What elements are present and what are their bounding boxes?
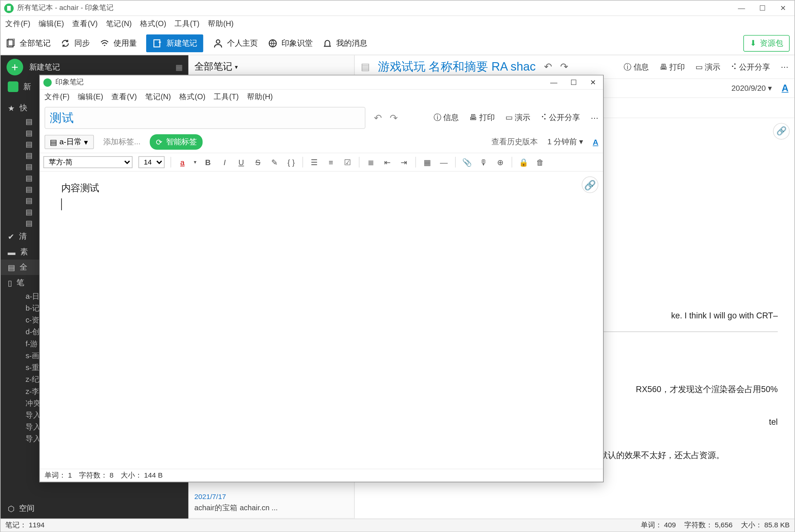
outdent-button[interactable]: ⇤ (382, 158, 393, 167)
popup-menu-help[interactable]: 帮助(H) (247, 92, 273, 102)
link-pill-icon[interactable]: 🔗 (582, 176, 598, 193)
audio-button[interactable]: 🎙 (478, 158, 489, 167)
popup-history-button[interactable]: 查看历史版本 (491, 136, 538, 147)
bell-icon (322, 38, 333, 48)
note-print-button[interactable]: 🖶 打印 (660, 61, 685, 72)
toolbar-messages[interactable]: 我的消息 (322, 38, 367, 48)
close-button[interactable]: ✕ (780, 4, 786, 12)
text-color-button[interactable]: a (177, 158, 188, 167)
highlight-button[interactable]: ✎ (269, 158, 280, 167)
popup-menu-format[interactable]: 格式(O) (179, 92, 205, 102)
notebook-icon: ▤ (50, 137, 57, 147)
app-icon (43, 78, 52, 87)
menu-edit[interactable]: 编辑(E) (39, 19, 64, 28)
note-title-input[interactable] (44, 107, 365, 129)
popup-menu-tools[interactable]: 工具(T) (214, 92, 239, 102)
resource-pack-button[interactable]: ⬇ 资源包 (743, 35, 790, 51)
popup-menu-edit[interactable]: 编辑(E) (78, 92, 103, 102)
popup-print-button[interactable]: 🖶 打印 (469, 112, 495, 123)
note-info-button[interactable]: ⓘ 信息 (624, 61, 649, 72)
note-icon: ▤ (25, 173, 33, 183)
popup-minimize-button[interactable]: — (550, 78, 557, 87)
note-share-button[interactable]: ⠪ 公开分享 (731, 61, 770, 72)
menu-file[interactable]: 文件(F) (5, 19, 30, 28)
note-title[interactable]: 游戏试玩 名称和摘要 RA shac (378, 59, 535, 75)
popup-time-ago[interactable]: 1 分钟前 ▾ (547, 136, 584, 147)
trash-button[interactable]: 🗑 (535, 158, 545, 167)
note-icon: ▤ (25, 185, 33, 194)
toolbar-profile[interactable]: 个人主页 (213, 38, 258, 48)
note-present-button[interactable]: ▭ 演示 (696, 61, 720, 72)
note-item-title: achair的宝箱 achair.cn ... (194, 503, 348, 513)
menu-tools[interactable]: 工具(T) (174, 19, 200, 28)
popup-menu-note[interactable]: 笔记(N) (145, 92, 171, 102)
table-button[interactable]: ▦ (422, 158, 432, 167)
link-button[interactable]: ⊕ (495, 158, 506, 167)
sidebar-space[interactable]: ⬡空间 (1, 498, 189, 519)
undo-button[interactable]: ↶ (374, 112, 382, 123)
check-icon: ✔ (8, 232, 14, 241)
smart-tag-button[interactable]: ⟳ 智能标签 (150, 134, 203, 150)
star-icon: ★ (8, 103, 15, 113)
new-note-icon (152, 38, 163, 48)
popup-window-title: 印象笔记 (55, 77, 84, 87)
status-size: 大小： 85.8 KB (741, 520, 790, 530)
lock-button[interactable]: 🔒 (518, 158, 529, 167)
popup-maximize-button[interactable]: ☐ (570, 78, 577, 87)
toolbar-sync[interactable]: 同步 (60, 38, 90, 48)
undo-button[interactable]: ↶ (544, 61, 552, 73)
status-chars: 字符数： 5,656 (684, 520, 733, 530)
maximize-button[interactable]: ☐ (759, 4, 766, 12)
italic-button[interactable]: I (219, 158, 230, 167)
note-icon: ▤ (25, 151, 33, 160)
text-style-button[interactable]: A (782, 83, 789, 93)
attachment-button[interactable]: 📎 (461, 158, 472, 167)
menu-view[interactable]: 查看(V) (72, 19, 98, 28)
chevron-down-icon[interactable]: ▾ (194, 159, 197, 165)
number-list-button[interactable]: ≡ (326, 158, 336, 167)
popup-menu-file[interactable]: 文件(F) (44, 92, 69, 102)
popup-share-button[interactable]: ⠪ 公开分享 (541, 112, 580, 123)
bold-button[interactable]: B (203, 158, 213, 167)
popup-note-body[interactable]: 🔗 内容测试 (40, 172, 603, 469)
toolbar-usage[interactable]: 使用量 (99, 38, 136, 48)
note-date[interactable]: 2020/9/20 ▾ (732, 84, 772, 93)
indent-button[interactable]: ⇥ (399, 158, 409, 167)
add-tag-button[interactable]: 添加标签... (103, 136, 140, 147)
text-style-button[interactable]: A (593, 137, 599, 147)
menu-format[interactable]: 格式(O) (140, 19, 166, 28)
checklist-button[interactable]: ☑ (342, 158, 353, 167)
more-icon[interactable]: ⋯ (781, 62, 789, 72)
code-block-button[interactable]: { } (286, 158, 297, 167)
link-pill-icon[interactable]: 🔗 (773, 123, 789, 139)
popup-close-button[interactable]: ✕ (590, 78, 596, 87)
popup-present-button[interactable]: ▭ 演示 (506, 112, 530, 123)
font-size-select[interactable]: 14 (138, 156, 165, 168)
hr-button[interactable]: — (438, 158, 449, 167)
sidebar-new-note[interactable]: + (6, 59, 23, 75)
align-button[interactable]: ≣ (365, 158, 376, 167)
top-toolbar: 全部笔记 同步 使用量 新建笔记 个人主页 印象识堂 我的消息 ⬇ (1, 32, 794, 55)
strikethrough-button[interactable]: S (252, 158, 263, 167)
toolbar-all-notes[interactable]: 全部笔记 (5, 38, 50, 48)
popup-menu-view[interactable]: 查看(V) (111, 92, 137, 102)
notebook-selector[interactable]: ▤ a-日常 ▾ (44, 135, 94, 149)
bullet-list-button[interactable]: ☰ (309, 158, 319, 167)
popup-menubar: 文件(F) 编辑(E) 查看(V) 笔记(N) 格式(O) 工具(T) 帮助(H… (40, 90, 603, 104)
popup-more-icon[interactable]: ⋯ (591, 113, 599, 122)
minimize-button[interactable]: — (738, 4, 745, 12)
underline-button[interactable]: U (236, 158, 246, 167)
toolbar-new-note[interactable]: 新建笔记 (146, 34, 203, 52)
popup-info-button[interactable]: ⓘ 信息 (434, 112, 459, 123)
menu-help[interactable]: 帮助(H) (208, 19, 233, 28)
toolbar-classroom[interactable]: 印象识堂 (267, 38, 313, 48)
redo-button[interactable]: ↷ (390, 112, 398, 123)
redo-button[interactable]: ↷ (560, 61, 568, 73)
font-family-select[interactable]: 苹方-简 (43, 156, 132, 168)
note-list-item[interactable]: 2021/7/17 achair的宝箱 achair.cn ... (189, 488, 354, 518)
grid-view-icon[interactable]: ▦ (175, 63, 183, 72)
svg-rect-2 (154, 39, 160, 46)
note-icon: ▤ (25, 162, 33, 171)
menu-note[interactable]: 笔记(N) (106, 19, 132, 28)
chevron-down-icon: ▾ (84, 137, 88, 147)
